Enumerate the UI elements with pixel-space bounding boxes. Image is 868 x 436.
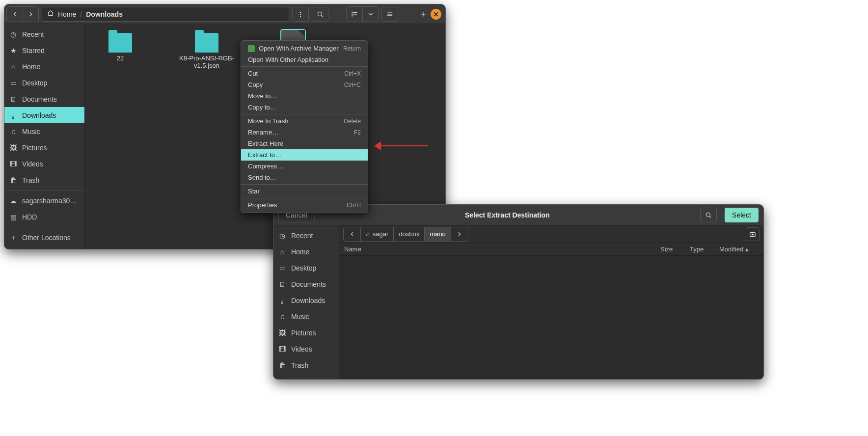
ctx-cut[interactable]: CutCtrl+X — [241, 68, 368, 79]
trash-icon: 🗑 — [9, 176, 17, 184]
sidebar-item-pictures[interactable]: 🖼Pictures — [4, 139, 84, 156]
home-icon: ⌂ — [366, 230, 370, 238]
back-button[interactable] — [7, 7, 23, 22]
kebab-menu-button[interactable] — [292, 7, 309, 22]
svg-point-10 — [352, 15, 353, 16]
download-icon: ⭳ — [9, 111, 17, 119]
d-sidebar-downloads[interactable]: ⭳Downloads — [273, 292, 339, 308]
star-icon: ★ — [9, 47, 17, 54]
titlebar: Home / Downloads – ✕ — [4, 4, 445, 24]
sidebar-item-music[interactable]: ♫Music — [4, 123, 84, 139]
drive-icon: ☁ — [9, 197, 17, 205]
context-menu: Open With Archive ManagerReturn Open Wit… — [241, 40, 368, 213]
view-dropdown-button[interactable] — [362, 7, 378, 22]
d-sidebar-pictures[interactable]: 🖼Pictures — [273, 325, 339, 341]
sidebar-item-other[interactable]: +Other Locations — [4, 229, 84, 245]
path-seg-mario[interactable]: mario — [424, 227, 451, 241]
view-switcher — [346, 6, 379, 22]
sidebar-item-desktop[interactable]: ▭Desktop — [4, 75, 84, 91]
document-icon: 🗎 — [278, 280, 286, 288]
col-type[interactable]: Type — [690, 245, 719, 253]
sidebar-item-home[interactable]: ⌂Home — [4, 58, 84, 75]
d-sidebar-music[interactable]: ♫Music — [273, 308, 339, 325]
file-label: 22 — [117, 54, 124, 62]
col-name[interactable]: Name — [339, 245, 660, 253]
sidebar-item-hdd[interactable]: ▤HDD — [4, 209, 84, 225]
nav-buttons — [6, 6, 39, 22]
d-sidebar-trash[interactable]: 🗑Trash — [273, 357, 339, 373]
sidebar-item-downloads[interactable]: ⭳Downloads — [4, 107, 84, 123]
svg-point-8 — [352, 12, 353, 12]
breadcrumb-home[interactable]: Home — [58, 10, 76, 18]
d-sidebar-desktop[interactable]: ▭Desktop — [273, 260, 339, 276]
breadcrumb[interactable]: Home / Downloads — [42, 7, 289, 22]
view-list-button[interactable] — [347, 7, 362, 22]
close-button[interactable]: ✕ — [431, 9, 441, 20]
download-icon: ⭳ — [278, 297, 286, 304]
ctx-copy[interactable]: CopyCtrl+C — [241, 79, 368, 90]
file-listing[interactable] — [339, 256, 763, 379]
breadcrumb-current: Downloads — [86, 10, 123, 18]
ctx-open-archive-manager[interactable]: Open With Archive ManagerReturn — [241, 43, 368, 54]
hamburger-menu-button[interactable] — [381, 7, 398, 22]
annotation-arrow — [374, 141, 428, 150]
hdd-icon: ▤ — [9, 213, 17, 221]
home-icon: ⌂ — [9, 63, 17, 71]
music-icon: ♫ — [278, 313, 286, 321]
picture-icon: 🖼 — [9, 144, 17, 152]
dialog-sidebar: ◷Recent ⌂Home ▭Desktop 🗎Documents ⭳Downl… — [273, 225, 339, 379]
new-folder-button[interactable] — [746, 227, 760, 241]
ctx-extract-to[interactable]: Extract to… — [241, 149, 368, 161]
path-segments: ⌂sagar dosbox mario — [343, 227, 468, 242]
ctx-send-to[interactable]: Send to… — [241, 172, 368, 183]
ctx-copy-to[interactable]: Copy to… — [241, 102, 368, 113]
d-sidebar-recent[interactable]: ◷Recent — [273, 227, 339, 244]
file-item-folder-22[interactable]: 22 — [91, 30, 150, 62]
path-forward-button[interactable] — [451, 227, 468, 241]
sidebar-item-recent[interactable]: ◷Recent — [4, 26, 84, 42]
path-bar: ⌂sagar dosbox mario — [339, 225, 763, 243]
search-button[interactable] — [312, 7, 328, 22]
dialog-body: ◷Recent ⌂Home ▭Desktop 🗎Documents ⭳Downl… — [273, 225, 763, 379]
d-sidebar-videos[interactable]: 🎞Videos — [273, 341, 339, 357]
dialog-title: Select Extract Destination — [320, 211, 695, 219]
d-sidebar-home[interactable]: ⌂Home — [273, 244, 339, 260]
select-button[interactable]: Select — [725, 208, 759, 222]
forward-button[interactable] — [23, 7, 38, 22]
ctx-extract-here[interactable]: Extract Here — [241, 138, 368, 149]
ctx-rename[interactable]: Rename…F2 — [241, 127, 368, 138]
clock-icon: ◷ — [9, 30, 17, 38]
video-icon: 🎞 — [278, 345, 286, 353]
trash-icon: 🗑 — [278, 361, 286, 369]
column-headers: Name Size Type Modified▴ — [339, 243, 763, 256]
breadcrumb-sep: / — [80, 10, 82, 18]
col-size[interactable]: Size — [660, 245, 690, 253]
ctx-compress[interactable]: Compress… — [241, 161, 368, 172]
d-sidebar-documents[interactable]: 🗎Documents — [273, 276, 339, 292]
ctx-open-other[interactable]: Open With Other Application — [241, 54, 368, 65]
sidebar-item-videos[interactable]: 🎞Videos — [4, 156, 84, 172]
maximize-button[interactable] — [416, 7, 431, 22]
dialog-content: ⌂sagar dosbox mario Name Size Type Modif… — [339, 225, 763, 379]
sidebar-item-documents[interactable]: 🗎Documents — [4, 91, 84, 107]
sidebar-item-trash[interactable]: 🗑Trash — [4, 172, 84, 188]
desktop-icon: ▭ — [9, 79, 17, 87]
archive-manager-icon — [248, 45, 255, 52]
ctx-move-trash[interactable]: Move to TrashDelete — [241, 115, 368, 127]
dialog-search-button[interactable] — [700, 208, 717, 222]
ctx-move-to[interactable]: Move to… — [241, 90, 368, 102]
sidebar-item-starred[interactable]: ★Starred — [4, 42, 84, 58]
ctx-star[interactable]: Star — [241, 186, 368, 197]
svg-point-9 — [352, 14, 353, 14]
ctx-properties[interactable]: PropertiesCtrl+I — [241, 199, 368, 211]
sidebar-item-gdrive[interactable]: ☁sagarsharma3012200… — [4, 192, 84, 209]
file-item-folder-k8[interactable]: K8-Pro-ANSI-RGB-v1.5.json — [177, 30, 236, 69]
path-seg-sagar[interactable]: ⌂sagar — [360, 227, 393, 241]
path-seg-dosbox[interactable]: dosbox — [393, 227, 424, 241]
svg-line-17 — [709, 216, 711, 218]
col-modified[interactable]: Modified▴ — [719, 245, 763, 253]
svg-line-4 — [321, 15, 323, 17]
plus-icon: + — [9, 234, 17, 242]
path-back-button[interactable] — [344, 227, 360, 241]
minimize-button[interactable]: – — [401, 7, 416, 22]
